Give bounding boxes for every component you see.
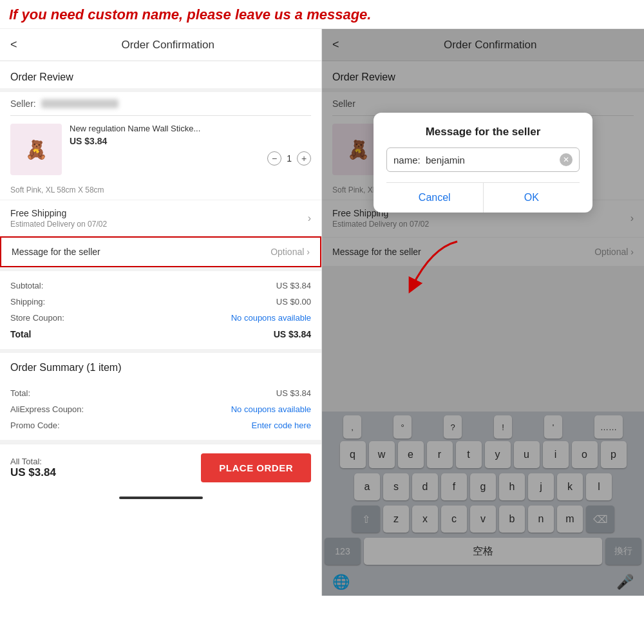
left-place-order-area: All Total: US $3.84 PLACE ORDER [0,444,321,491]
left-coupon-row: Store Coupon: No coupons available [10,310,311,326]
left-product-row: 🧸 New regulation Name Wall Sticke... US … [0,116,321,183]
left-message-label: Message for the seller [12,247,100,257]
dialog-ok-button[interactable]: OK [484,183,580,213]
qty-minus-button[interactable]: − [267,151,281,166]
left-os-promo-row: Promo Code: Enter code here [10,417,311,433]
left-os-aliexpress-row: AliExpress Coupon: No coupons available [10,401,311,417]
left-os-total-row: Total: US $3.84 [10,385,311,401]
top-banner: If you need custom name, please leave us… [0,0,644,29]
left-os-promo-label: Promo Code: [10,421,60,430]
qty-plus-button[interactable]: + [297,151,311,166]
dialog-overlay: Message for the seller ✕ Cancel OK [322,29,644,596]
left-shipping-summary-label: Shipping: [10,297,45,307]
place-order-button[interactable]: PLACE ORDER [201,453,311,482]
left-order-review-title: Order Review [0,61,321,88]
dialog-title: Message for the seller [386,126,580,138]
left-all-total-amount: US $3.84 [10,466,56,479]
left-subtotal-row: Subtotal: US $3.84 [10,278,311,294]
left-total-label: Total [10,329,31,339]
left-optional-text: Optional [270,247,304,257]
left-seller-row: Seller: [0,92,321,115]
left-product-img: 🧸 [10,124,62,175]
left-order-summary: Total: US $3.84 AliExpress Coupon: No co… [0,379,321,440]
dialog-input-row: ✕ [386,147,580,172]
dialog-box: Message for the seller ✕ Cancel OK [374,113,592,213]
left-product-price: US $3.84 [70,136,311,146]
left-total-row: Total US $3.84 [10,326,311,343]
dialog-clear-button[interactable]: ✕ [560,153,573,166]
left-shipping-row: Free Shipping Estimated Delivery on 07/0… [0,200,321,236]
qty-value: 1 [287,153,292,164]
dialog-input[interactable] [393,155,560,166]
banner-text: If you need custom name, please leave us… [9,6,635,23]
left-content: Order Review Seller: 🧸 New regulation Na… [0,61,321,594]
left-shipping-summary-row: Shipping: US $0.00 [10,294,311,310]
left-topbar: < Order Confirmation [0,29,321,61]
left-product-name: New regulation Name Wall Sticke... [70,124,311,133]
left-message-right: Optional › [270,247,310,257]
left-coupon-label: Store Coupon: [10,313,64,323]
left-shipping-arrow[interactable]: › [308,213,311,224]
left-os-aliexpress-label: AliExpress Coupon: [10,404,84,414]
left-os-promo-value[interactable]: Enter code here [251,421,311,430]
left-all-total-label: All Total: [10,457,56,466]
product-image-icon: 🧸 [25,139,48,160]
left-message-arrow: › [307,247,310,257]
left-seller-blur [41,99,118,108]
left-product-qty: − 1 + [70,151,311,166]
left-shipping-sublabel: Estimated Delivery on 07/02 [10,220,107,229]
left-total-value: US $3.84 [274,329,311,339]
left-os-aliexpress-value[interactable]: No coupons available [231,404,311,414]
left-home-bar [119,497,203,499]
right-panel: < Order Confirmation Order Review Seller… [322,29,644,596]
left-all-total: All Total: US $3.84 [10,457,56,479]
dialog-cancel-button[interactable]: Cancel [386,183,484,213]
left-os-total-value: US $3.84 [276,388,311,398]
left-back-button[interactable]: < [10,38,17,52]
left-title: Order Confirmation [25,39,311,52]
left-subtotal-value: US $3.84 [276,281,311,290]
dialog-actions: Cancel OK [386,182,580,213]
left-message-row[interactable]: Message for the seller Optional › [0,236,321,267]
left-coupon-value[interactable]: No coupons available [231,313,311,323]
left-product-info: New regulation Name Wall Sticke... US $3… [70,124,311,166]
left-product-variant: Soft Pink, XL 58cm X 58cm [0,183,321,200]
left-order-summary-title: Order Summary (1 item) [0,353,321,379]
left-summary: Subtotal: US $3.84 Shipping: US $0.00 St… [0,271,321,349]
left-panel: < Order Confirmation Order Review Seller… [0,29,322,596]
left-subtotal-label: Subtotal: [10,281,43,290]
left-shipping-summary-value: US $0.00 [276,297,311,307]
left-seller-label: Seller: [10,99,36,109]
left-home-indicator [0,491,321,504]
left-os-total-label: Total: [10,388,30,398]
left-shipping-label: Free Shipping [10,208,107,218]
